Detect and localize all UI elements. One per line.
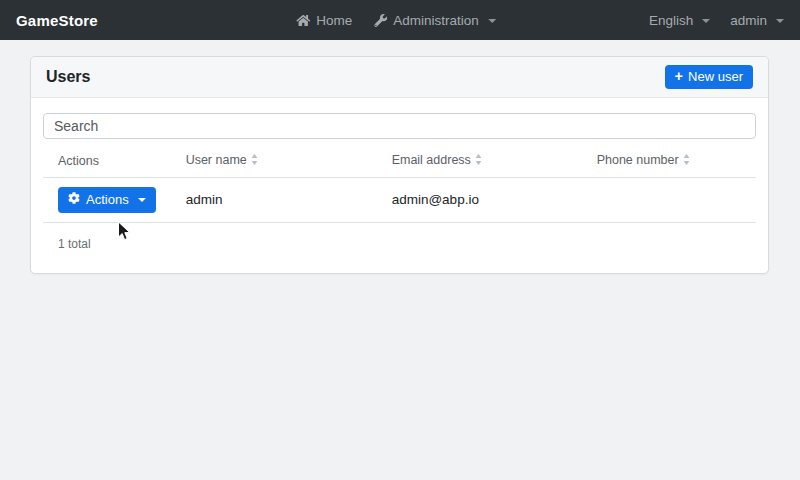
nav-item-home[interactable]: Home (296, 13, 352, 28)
sort-icon (251, 154, 258, 168)
language-label: English (649, 13, 693, 28)
top-navbar: GameStore Home Administration English ad… (0, 0, 800, 40)
sort-icon (475, 154, 482, 168)
page-title: Users (46, 68, 90, 86)
main-nav: Home Administration (296, 13, 496, 28)
current-user-dropdown[interactable]: admin (730, 13, 784, 28)
gear-icon (68, 192, 80, 208)
navbar-right: English admin (649, 13, 784, 28)
users-table: Actions User name Email address Phone nu… (43, 145, 756, 223)
row-user-name: admin (171, 178, 377, 223)
table-header-row: Actions User name Email address Phone nu… (43, 145, 756, 178)
sort-icon (683, 154, 690, 168)
users-card-body: Actions User name Email address Phone nu… (31, 98, 768, 273)
column-header-user-name[interactable]: User name (171, 145, 377, 178)
row-email: admin@abp.io (377, 178, 582, 223)
nav-item-label: Administration (393, 13, 479, 28)
caret-down-icon (702, 19, 710, 23)
nav-item-administration[interactable]: Administration (374, 13, 496, 28)
caret-down-icon (488, 19, 496, 23)
nav-item-label: Home (316, 13, 352, 28)
brand-logo[interactable]: GameStore (16, 12, 98, 29)
column-header-email[interactable]: Email address (377, 145, 582, 178)
caret-down-icon (138, 198, 146, 202)
users-card-header: Users + New user (31, 57, 768, 98)
current-user-label: admin (730, 13, 767, 28)
plus-icon: + (675, 69, 683, 84)
row-actions-button[interactable]: Actions (58, 187, 156, 213)
language-dropdown[interactable]: English (649, 13, 710, 28)
total-count-label: 1 total (43, 223, 756, 257)
search-input[interactable] (43, 113, 756, 139)
column-header-phone[interactable]: Phone number (582, 145, 756, 178)
home-icon (296, 14, 310, 27)
table-row: Actions admin admin@abp.io (43, 178, 756, 223)
wrench-icon (374, 14, 387, 27)
page-content: Users + New user Actions Use (0, 40, 800, 274)
caret-down-icon (776, 19, 784, 23)
row-actions-label: Actions (86, 192, 129, 208)
row-phone (582, 178, 756, 223)
column-header-actions: Actions (43, 145, 171, 178)
new-user-button-label: New user (688, 69, 743, 85)
new-user-button[interactable]: + New user (665, 65, 753, 90)
users-card: Users + New user Actions Use (30, 56, 769, 274)
row-actions-cell: Actions (43, 178, 171, 223)
